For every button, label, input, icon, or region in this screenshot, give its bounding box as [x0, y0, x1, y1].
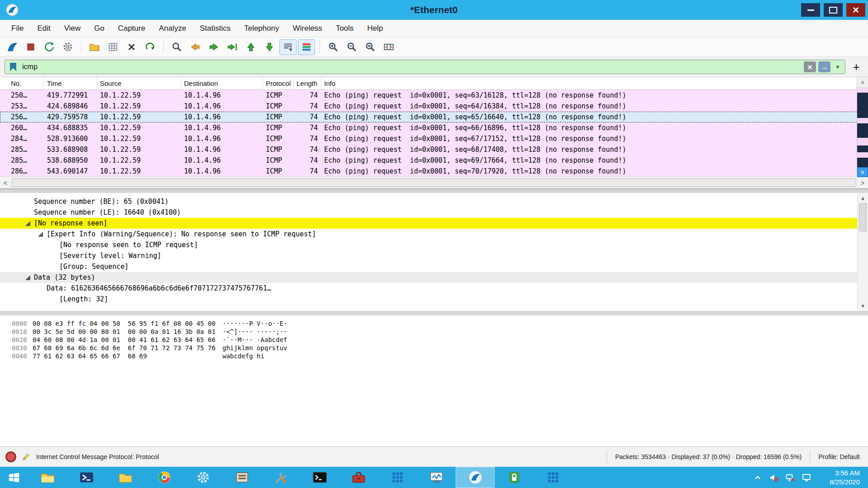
tray-network-disconnected[interactable]: [783, 470, 797, 485]
detail-line[interactable]: Data: 6162636465666768696a6b6c6d6e6f7071…: [0, 283, 868, 294]
apply-filter-button[interactable]: [818, 61, 830, 72]
column-header-protocol[interactable]: Protocol: [263, 77, 294, 89]
expander-icon[interactable]: [25, 221, 30, 226]
capture-comment-icon[interactable]: [22, 452, 31, 461]
menu-telephony[interactable]: Telephony: [237, 20, 286, 37]
taskbar-task-manager[interactable]: [417, 467, 456, 488]
find-packet-button[interactable]: [168, 39, 185, 55]
scroll-up-icon[interactable]: [857, 77, 868, 88]
packet-row[interactable]: 286…543.69014710.1.22.5910.1.4.96ICMP74E…: [0, 166, 857, 177]
hex-line[interactable]: 001000 3c 5e 5d 00 00 80 01 00 00 0a 01 …: [0, 328, 868, 336]
menu-file[interactable]: File: [5, 20, 30, 37]
column-header-no[interactable]: No.: [0, 77, 43, 89]
colorize-toggle-button[interactable]: [298, 39, 315, 55]
detail-line[interactable]: Data (32 bytes): [0, 272, 868, 283]
detail-line[interactable]: Sequence number (BE): 65 (0x0041): [0, 196, 868, 207]
pane-divider-1[interactable]: [0, 189, 868, 193]
close-file-button[interactable]: [123, 39, 140, 55]
go-forward-button[interactable]: [205, 39, 222, 55]
column-header-info[interactable]: Info: [321, 77, 857, 89]
zoom-in-button[interactable]: [325, 39, 342, 55]
packet-list-scrollbar[interactable]: [857, 77, 868, 177]
expander-icon[interactable]: [38, 232, 43, 237]
maximize-button[interactable]: [824, 3, 843, 17]
menu-capture[interactable]: Capture: [111, 20, 152, 37]
packet-row[interactable]: 285…533.68890810.1.22.5910.1.4.96ICMP74E…: [0, 144, 857, 155]
column-header-length[interactable]: Length: [294, 77, 321, 89]
start-button[interactable]: [0, 467, 28, 488]
horizontal-scrollbar[interactable]: [0, 177, 868, 188]
go-to-packet-button[interactable]: [224, 39, 241, 55]
detail-scroll-up-icon[interactable]: [861, 193, 864, 203]
intelligent-scrollbar-map[interactable]: [857, 88, 868, 167]
taskbar-wireshark[interactable]: [456, 467, 495, 488]
detail-scroll-thumb[interactable]: [859, 203, 867, 231]
taskbar-server-manager[interactable]: [222, 467, 261, 488]
detail-line[interactable]: [No response seen]: [0, 218, 868, 229]
resize-columns-button[interactable]: [380, 39, 397, 55]
scroll-down-icon[interactable]: [857, 167, 868, 177]
menu-go[interactable]: Go: [87, 20, 111, 37]
taskbar-app-grid-2[interactable]: [533, 467, 572, 488]
taskbar-powershell[interactable]: [67, 467, 106, 488]
go-first-packet-button[interactable]: [242, 39, 259, 55]
go-last-packet-button[interactable]: [261, 39, 278, 55]
start-capture-button[interactable]: [4, 39, 21, 55]
taskbar-keepass[interactable]: [495, 467, 533, 488]
detail-line[interactable]: [No response seen to ICMP request]: [0, 239, 868, 250]
packet-row[interactable]: 253…424.68984610.1.22.5910.1.4.96ICMP74E…: [0, 101, 857, 112]
expert-info-icon[interactable]: [5, 451, 16, 462]
detail-line[interactable]: [Expert Info (Warning/Sequence): No resp…: [0, 229, 868, 239]
taskbar-app-grid-1[interactable]: [378, 467, 417, 488]
taskbar-cmd[interactable]: [300, 467, 339, 488]
hex-line[interactable]: 002004 60 08 00 4d 1a 00 01 00 41 61 62 …: [0, 336, 868, 344]
packet-row[interactable]: 285…538.68895010.1.22.5910.1.4.96ICMP74E…: [0, 155, 857, 166]
taskbar-file-explorer[interactable]: [28, 467, 67, 488]
packet-row[interactable]: 256…429.75957810.1.22.5910.1.4.96ICMP74E…: [0, 112, 857, 122]
go-back-button[interactable]: [187, 39, 204, 55]
auto-scroll-toggle-button[interactable]: [279, 39, 297, 55]
column-header-destination[interactable]: Destination: [181, 77, 263, 89]
add-filter-button[interactable]: [849, 60, 863, 74]
detail-line[interactable]: [Length: 32]: [0, 294, 868, 305]
expander-icon[interactable]: [25, 275, 30, 280]
taskbar-toolbox[interactable]: [339, 467, 378, 488]
packet-row[interactable]: 260…434.68883510.1.22.5910.1.4.96ICMP74E…: [0, 122, 857, 133]
detail-line[interactable]: Sequence number (LE): 16640 (0x4100): [0, 207, 868, 218]
scroll-right-icon[interactable]: [857, 179, 868, 187]
tray-display[interactable]: [799, 470, 814, 485]
restart-capture-button[interactable]: [41, 39, 58, 55]
column-header-time[interactable]: Time: [43, 77, 97, 89]
menu-view[interactable]: View: [57, 20, 88, 37]
menu-tools[interactable]: Tools: [329, 20, 361, 37]
detail-line[interactable]: [Group: Sequence]: [0, 261, 868, 272]
column-header-source[interactable]: Source: [97, 77, 181, 89]
tray-volume-muted[interactable]: [767, 470, 781, 485]
close-button[interactable]: [846, 3, 865, 17]
horizontal-scroll-thumb[interactable]: [12, 178, 856, 187]
menu-edit[interactable]: Edit: [30, 20, 57, 37]
clear-filter-button[interactable]: [804, 61, 816, 72]
detail-scrollbar[interactable]: [857, 193, 868, 311]
menu-wireless[interactable]: Wireless: [286, 20, 329, 37]
packet-row[interactable]: 250…419.77299110.1.22.5910.1.4.96ICMP74E…: [0, 90, 857, 101]
zoom-reset-button[interactable]: [362, 39, 379, 55]
menu-statistics[interactable]: Statistics: [193, 20, 237, 37]
pane-divider-2[interactable]: [0, 311, 868, 316]
open-file-button[interactable]: [86, 39, 103, 55]
reload-file-button[interactable]: [142, 39, 159, 55]
minimize-button[interactable]: [801, 3, 820, 17]
taskbar-clock[interactable]: 3:56 AM 8/25/2020: [816, 469, 864, 486]
zoom-out-button[interactable]: [343, 39, 360, 55]
capture-options-button[interactable]: [59, 39, 76, 55]
filter-dropdown-button[interactable]: [833, 61, 843, 72]
tray-show-hidden-icons[interactable]: [750, 470, 765, 485]
stop-capture-button[interactable]: [22, 39, 39, 55]
detail-scroll-down-icon[interactable]: [861, 301, 864, 311]
scroll-left-icon[interactable]: [0, 179, 11, 187]
taskbar-tools[interactable]: [261, 467, 300, 488]
filter-bookmark-icon[interactable]: [10, 63, 16, 71]
detail-line[interactable]: [Severity level: Warning]: [0, 250, 868, 261]
display-filter-input[interactable]: [21, 62, 804, 71]
menu-analyze[interactable]: Analyze: [152, 20, 193, 37]
